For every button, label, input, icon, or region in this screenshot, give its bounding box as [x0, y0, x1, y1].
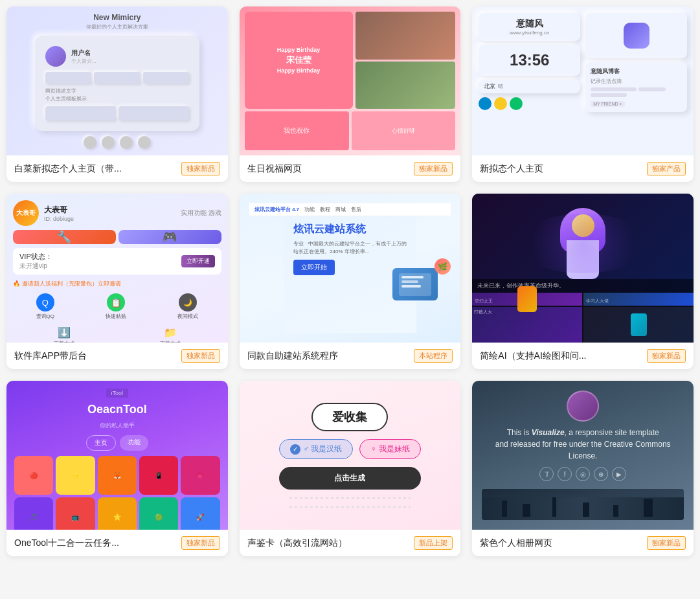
neomorphic-time-display: 13:56 — [479, 45, 580, 76]
voice-male-btn: ✓ ♂ 我是汉纸 — [279, 439, 353, 459]
card-2-thumbnail: Happy Birthday 宋佳莹 Happy Birthday 我也祝你 心… — [240, 6, 461, 155]
bai-cai-desc: 网页描述文字个人主页模板展示 — [45, 87, 189, 102]
card-2-title: 生日祝福网页 — [247, 163, 411, 175]
onetool-app-2: ⭐ — [56, 456, 95, 495]
card-7-title: OneTool十二合一云任务... — [14, 537, 177, 549]
card-3-title: 新拟态个人主页 — [480, 163, 643, 175]
birthday-img-1 — [356, 12, 456, 60]
bai-cai-btn-1 — [84, 136, 96, 149]
card-6-thumbnail: 未来已来，创作效率革命级升华。 空幻之王 学习人大佬 打败人 — [472, 194, 694, 343]
app-name: 大表哥 — [44, 205, 175, 216]
card-3-thumbnail: 意随风 www.yisuifeng.cn 13:56 北京 晴 — [472, 6, 694, 155]
purple-social-ig: ◎ — [576, 467, 590, 481]
app-icon-qq: 查询QQ — [36, 313, 54, 320]
card-8-thumbnail: 爱收集 ✓ ♂ 我是汉纸 ♀ 我是妹纸 点击生成 — [240, 381, 461, 530]
neomorphic-logo-box — [585, 13, 687, 58]
app-icon-paste: 快速粘贴 — [106, 313, 126, 320]
onetool-app-5: 💗 — [181, 456, 220, 495]
app-promo: 🔥 邀请新人送福利（无限量包）立即邀请 — [13, 278, 221, 289]
bai-cai-info: 用户名 个人简介... — [71, 49, 189, 65]
voice-bottom-btn: 点击生成 — [279, 467, 420, 490]
card-2-badge: 独家新品 — [414, 162, 453, 175]
bai-cai-btn-4 — [138, 136, 151, 149]
app-icon-dark: 夜间模式 — [177, 313, 198, 320]
birthday-btn-2: 心情好呀 — [352, 111, 456, 150]
card-8[interactable]: 爱收集 ✓ ♂ 我是汉纸 ♀ 我是妹纸 点击生成 — [240, 381, 461, 556]
app-feature-row: 🔧 🎮 — [13, 230, 221, 244]
ai-thumb-3: 打败人大 — [472, 307, 582, 343]
purple-avatar — [567, 390, 599, 422]
voice-male-text: ♂ 我是汉纸 — [303, 444, 342, 455]
card-9-badge: 独家新品 — [647, 536, 686, 550]
bai-cai-subtitle: 你最好的个人主页解决方案 — [86, 23, 148, 30]
onetool-bar: iTool — [106, 389, 129, 398]
card-6-title: 简绘AI（支持AI绘图和问... — [480, 350, 643, 362]
voice-deco-line-1 — [289, 497, 411, 499]
onetool-app-4: 📱 — [139, 456, 178, 495]
bai-cai-chip-2 — [94, 72, 140, 84]
onetool-btn-home: 主页 — [86, 435, 116, 451]
card-3-footer: 新拟态个人主页 独家产品 — [472, 155, 694, 182]
card-8-badge: 新品上架 — [414, 536, 453, 550]
card-4[interactable]: 大表哥 大表哥 ID: dobiuge 实用功能 游戏 🔧 🎮 — [6, 194, 228, 369]
onetool-sub-text: 你的私人助手 — [100, 422, 135, 430]
card-1-badge: 独家新品 — [181, 162, 220, 175]
build-hero-title: 炫讯云建站系统 — [293, 223, 407, 236]
voice-deco-line-2 — [289, 506, 411, 508]
app-vip-row: VIP状态：未开通vip 立即开通 — [13, 248, 221, 275]
card-3[interactable]: 意随风 www.yisuifeng.cn 13:56 北京 晴 — [472, 6, 694, 182]
card-7-thumbnail: iTool OeacnTool 你的私人助手 主页 功能 🔴 ⭐ 🦊 📱 💗 🎵… — [6, 381, 228, 530]
voice-check-icon: ✓ — [290, 444, 300, 455]
card-5-badge: 本站程序 — [414, 349, 453, 363]
bai-cai-chip-1 — [45, 72, 91, 84]
build-illustration: 🌿 — [376, 245, 454, 323]
purple-city-strip — [482, 489, 684, 520]
app-vip-btn: 立即开通 — [181, 255, 215, 267]
card-1-thumbnail: New Mimicry 你最好的个人主页解决方案 用户名 个人简介... — [6, 6, 228, 155]
purple-main-text: This is Visualize, a responsive site tem… — [482, 427, 684, 462]
onetool-app-1: 🔴 — [14, 456, 53, 495]
app-icons-row: Q 查询QQ 📋 快速粘贴 🌙 夜间模式 — [13, 293, 221, 320]
ai-grid: 空幻之王 学习人大佬 打败人大 — [472, 293, 694, 343]
card-7[interactable]: iTool OeacnTool 你的私人助手 主页 功能 🔴 ⭐ 🦊 📱 💗 🎵… — [6, 381, 228, 556]
build-cta-btn: 立即开始 — [293, 260, 335, 275]
ai-thumb-2: 学习人大佬 — [583, 293, 694, 306]
card-1[interactable]: New Mimicry 你最好的个人主页解决方案 用户名 个人简介... — [6, 6, 228, 182]
bai-cai-btn-2 — [102, 136, 115, 149]
card-7-footer: OneTool十二合一云任务... 独家新品 — [6, 530, 228, 556]
onetool-btns: 主页 功能 — [86, 435, 148, 451]
onetool-app-7: 📺 — [56, 497, 95, 530]
voice-gender-row: ✓ ♂ 我是汉纸 ♀ 我是妹纸 — [279, 439, 421, 459]
card-6-badge: 独家新品 — [647, 349, 686, 363]
card-8-title: 声鉴卡（高效引流网站） — [247, 537, 411, 549]
card-9[interactable]: This is Visualize, a responsive site tem… — [472, 381, 694, 556]
app-header: 大表哥 大表哥 ID: dobiuge 实用功能 游戏 — [13, 200, 221, 226]
purple-social-twitter: 𝕋 — [539, 467, 554, 481]
card-4-thumbnail: 大表哥 大表哥 ID: dobiuge 实用功能 游戏 🔧 🎮 — [6, 194, 228, 343]
card-5[interactable]: 炫讯云建站平台 4.7 功能 教程 商城 售后 炫讯云建站系统 专业 · 中国最… — [240, 194, 461, 369]
purple-social-yt: ▶ — [612, 467, 626, 481]
card-2[interactable]: Happy Birthday 宋佳莹 Happy Birthday 我也祝你 心… — [240, 6, 461, 182]
neomorphic-icons — [479, 97, 580, 110]
card-1-title: 白菜新拟态个人主页（带... — [14, 163, 177, 175]
onetool-logo-text: OeacnTool — [87, 403, 147, 416]
build-nav: 炫讯云建站平台 4.7 功能 教程 商城 售后 — [249, 203, 451, 216]
onetool-apps-grid: 🔴 ⭐ 🦊 📱 💗 🎵 📺 ⭐ 🟢 🚀 📝 🔵 💜 🌟 💕 — [14, 456, 220, 530]
birthday-title-text: Happy Birthday 宋佳莹 Happy Birthday — [245, 12, 353, 109]
card-4-title: 软件库APP带后台 — [14, 350, 177, 362]
card-5-title: 同款自助建站系统程序 — [247, 350, 411, 362]
app-download-row: ⬇️ 下载方式 📁 下载方式 — [13, 324, 221, 343]
neomorphic-title-box: 意随风 www.yisuifeng.cn — [479, 13, 580, 41]
purple-social-fb: f — [558, 467, 572, 481]
card-6[interactable]: 未来已来，创作效率革命级升华。 空幻之王 学习人大佬 打败人 — [472, 194, 694, 369]
card-5-footer: 同款自助建站系统程序 本站程序 — [240, 343, 461, 369]
ai-thumb-4 — [583, 307, 694, 343]
ai-main: 未来已来，创作效率革命级升华。 — [472, 194, 694, 293]
birthday-img-2 — [356, 62, 456, 109]
app-avatar: 大表哥 — [13, 200, 39, 226]
card-9-footer: 紫色个人相册网页 独家新品 — [472, 530, 694, 556]
ai-thumb-1: 空幻之王 — [472, 293, 582, 306]
onetool-app-10: 🚀 — [181, 497, 220, 530]
card-1-footer: 白菜新拟态个人主页（带... 独家新品 — [6, 155, 228, 182]
card-5-thumbnail: 炫讯云建站平台 4.7 功能 教程 商城 售后 炫讯云建站系统 专业 · 中国最… — [240, 194, 461, 343]
